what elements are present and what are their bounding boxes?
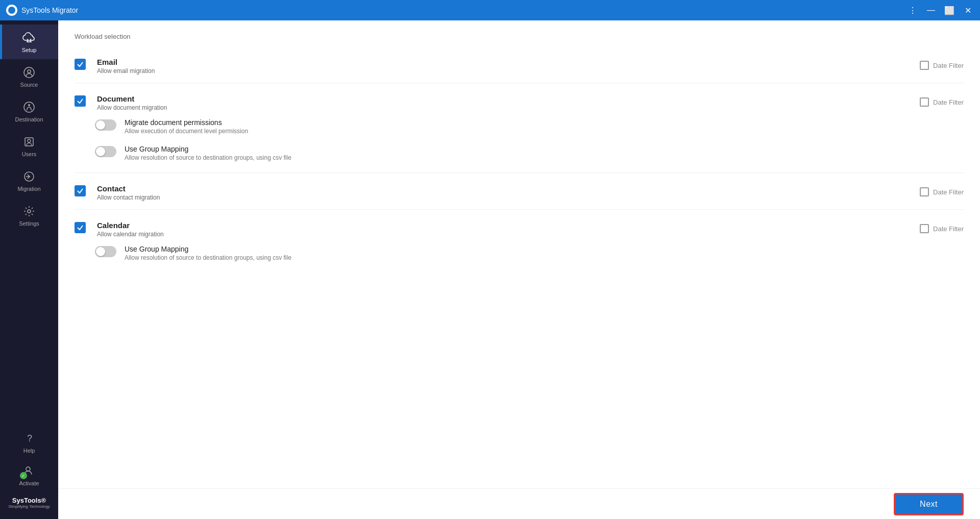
calendar-date-filter-checkbox[interactable] [920,224,929,233]
brand-name: SysTools® [8,497,50,504]
contact-checkbox[interactable] [75,185,86,196]
email-name: Email [97,58,908,66]
document-checkbox-wrap[interactable] [75,95,87,108]
use-group-mapping-cal-knob [96,247,105,256]
document-date-filter-label: Date Filter [933,98,964,106]
close-button[interactable]: ✕ [960,2,976,18]
app-container: Setup Source Destination [0,20,980,519]
contact-checkbox-wrap[interactable] [75,185,87,197]
cloud-icon [22,31,36,45]
help-icon: ? [22,431,36,446]
svg-point-14 [26,467,30,471]
sidebar-item-migration[interactable]: Migration [0,163,58,198]
sidebar-setup-label: Setup [22,47,37,53]
users-icon [22,135,36,149]
contact-date-filter: Date Filter [920,187,964,196]
maximize-button[interactable]: ⬜ [941,2,958,18]
main-content: Workload selection Email Allow email mig… [58,20,980,519]
email-date-filter: Date Filter [920,61,964,70]
use-group-mapping-cal-toggle[interactable] [95,246,116,257]
contact-name: Contact [97,184,908,193]
calendar-checkbox[interactable] [75,222,86,233]
window-controls: ⋮ — ⬜ ✕ [904,0,976,20]
use-group-mapping-cal-info: Use Group Mapping Allow resolution of so… [125,245,964,261]
svg-point-5 [28,70,31,73]
workload-contact-section: Contact Allow contact migration Date Fil… [75,177,964,210]
use-group-mapping-cal-desc: Allow resolution of source to destinatio… [125,254,964,261]
sidebar-item-users[interactable]: Users [0,129,58,163]
workload-document-section: Document Allow document migration Date F… [75,87,964,173]
svg-point-12 [28,210,31,213]
document-date-filter: Date Filter [920,97,964,107]
calendar-date-filter: Date Filter [920,224,964,233]
sidebar: Setup Source Destination [0,20,58,519]
email-info: Email Allow email migration [97,58,908,75]
email-desc: Allow email migration [97,67,908,75]
calendar-desc: Allow calendar migration [97,231,908,238]
document-name: Document [97,94,908,103]
use-group-mapping-doc-info: Use Group Mapping Allow resolution of so… [125,145,964,161]
calendar-checkbox-wrap[interactable] [75,222,87,234]
workload-document-row: Document Allow document migration Date F… [75,87,964,113]
use-group-mapping-cal-row: Use Group Mapping Allow resolution of so… [75,240,964,266]
email-date-filter-checkbox[interactable] [920,61,929,70]
email-date-filter-label: Date Filter [933,62,964,69]
sidebar-users-label: Users [22,151,37,157]
workload-calendar-section: Calendar Allow calendar migration Date F… [75,214,964,273]
document-desc: Allow document migration [97,104,908,111]
sidebar-item-setup[interactable]: Setup [0,24,58,59]
email-checkbox-wrap[interactable] [75,59,87,71]
sidebar-item-destination[interactable]: Destination [0,94,58,129]
migration-icon [22,169,36,184]
migrate-doc-permissions-toggle[interactable] [95,119,116,131]
workload-email-section: Email Allow email migration Date Filter [75,51,964,83]
use-group-mapping-doc-row: Use Group Mapping Allow resolution of so… [75,140,964,166]
use-group-mapping-doc-knob [96,147,105,156]
sidebar-settings-label: Settings [19,220,39,227]
sidebar-destination-label: Destination [15,116,43,122]
title-bar: SysTools Migrator ⋮ — ⬜ ✕ [0,0,980,20]
email-checkbox[interactable] [75,59,86,70]
workload-contact-row: Contact Allow contact migration Date Fil… [75,177,964,203]
migrate-doc-permissions-info: Migrate document permissions Allow execu… [125,118,964,135]
sidebar-bottom: ? Help ✓ Activate SysTools® Simplifying … [0,425,58,519]
workload-email-row: Email Allow email migration Date Filter [75,51,964,77]
workload-calendar-row: Calendar Allow calendar migration Date F… [75,214,964,240]
app-icon [6,5,17,16]
sidebar-migration-label: Migration [17,186,40,192]
contact-info: Contact Allow contact migration [97,184,908,201]
app-title: SysTools Migrator [21,6,78,14]
contact-date-filter-label: Date Filter [933,188,964,196]
brand-area: SysTools® Simplifying Technology [6,490,52,515]
sidebar-activate-item[interactable]: ✓ Activate [17,460,41,490]
svg-text:?: ? [27,433,32,443]
workload-selection-title: Workload selection [75,33,964,40]
sidebar-help-item[interactable]: ? Help [20,425,38,460]
migrate-doc-permissions-knob [96,120,105,130]
next-button[interactable]: Next [894,493,964,515]
document-info: Document Allow document migration [97,94,908,111]
sidebar-source-label: Source [20,82,38,88]
use-group-mapping-doc-desc: Allow resolution of source to destinatio… [125,154,964,161]
migrate-doc-permissions-row: Migrate document permissions Allow execu… [75,113,964,140]
contact-date-filter-checkbox[interactable] [920,187,929,196]
bottom-bar: Next [58,488,980,519]
minimize-button[interactable]: — [923,2,939,18]
use-group-mapping-doc-toggle[interactable] [95,146,116,157]
source-icon [22,65,36,80]
document-checkbox[interactable] [75,95,86,107]
brand-subtitle: Simplifying Technology [8,504,50,509]
svg-point-7 [28,104,30,106]
document-date-filter-checkbox[interactable] [920,97,929,107]
more-button[interactable]: ⋮ [904,2,921,18]
activate-check-icon: ✓ [20,472,27,479]
activate-icon-wrap: ✓ [22,464,36,478]
svg-point-0 [8,7,15,14]
calendar-date-filter-label: Date Filter [933,225,964,233]
contact-desc: Allow contact migration [97,194,908,201]
sidebar-item-source[interactable]: Source [0,59,58,94]
calendar-info: Calendar Allow calendar migration [97,221,908,238]
settings-icon [22,204,36,218]
sidebar-activate-label: Activate [19,480,39,486]
sidebar-item-settings[interactable]: Settings [0,198,58,233]
